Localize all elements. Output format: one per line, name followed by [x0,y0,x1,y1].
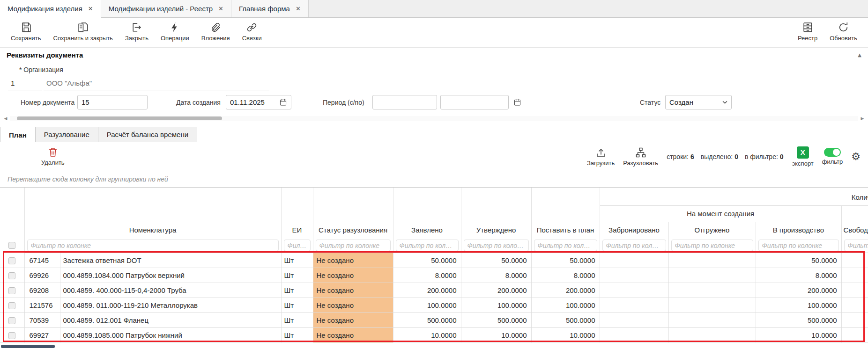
row-checkbox[interactable] [8,272,15,279]
filter-cell [841,238,868,253]
row-free [841,268,868,283]
filter-input-approved[interactable] [464,240,529,251]
save-and-close-button[interactable]: Сохранить и закрыть [47,21,119,43]
attachments-button-label: Вложения [201,35,230,42]
close-icon[interactable]: ✕ [88,5,93,12]
row-checkbox[interactable] [8,332,15,339]
document-number-input[interactable] [82,98,143,106]
period-from-input[interactable] [377,98,433,106]
gear-icon[interactable]: ⚙ [851,152,861,162]
column-header-approved[interactable]: Утверждено [461,188,531,238]
table-row[interactable]: 121576 000.4859. 011.000-119-210 Металло… [0,298,868,313]
window-tab-modification[interactable]: Модификация изделия ✕ [0,0,101,18]
table-row[interactable]: 69926 000.4859.1084.000 Патрубок верхний… [0,268,868,283]
operations-button[interactable]: Операции [155,21,195,43]
row-unit: Шт [281,313,313,328]
period-calendar-button[interactable] [513,98,521,108]
row-id: 69927 [24,328,60,343]
column-header-reserved[interactable]: Забронировано [600,222,668,238]
scroll-left-icon[interactable]: ◀ [3,116,8,121]
tab-explosion[interactable]: Разузлование [35,127,98,142]
filter-input-free[interactable] [844,240,868,251]
document-number-label: Номер документа [21,99,74,106]
calendar-icon[interactable] [279,98,287,106]
scrollbar-thumb[interactable] [1,345,55,348]
sitemap-icon [635,147,646,158]
window-tab-label: Модификации изделий - Реестр [109,5,213,13]
filter-toggle-button[interactable]: фильтр [822,148,843,165]
calendar-icon [513,98,521,106]
table-row[interactable]: 69927 000.4859.1085.000 Патрубок нижний … [0,328,868,343]
row-in-production: 8.0000 [756,268,841,283]
table-row[interactable]: 70539 000.4859. 012.001 Фланец Шт Не соз… [0,313,868,328]
filter-cell [313,238,393,253]
column-header-to-plan[interactable]: Поставить в план [531,188,600,238]
row-requested: 200.0000 [393,283,461,298]
filter-input-reserved[interactable] [602,240,666,251]
upload-icon [595,147,607,158]
status-badge: Не создано [313,283,393,298]
delete-button[interactable]: Удалить [41,146,65,166]
row-checkbox[interactable] [8,302,15,309]
table-row[interactable]: 67145 Застежка ответная DOT Шт Не создан… [0,253,868,268]
save-button-label: Сохранить [11,35,41,42]
attachments-button[interactable]: Вложения [195,21,236,43]
select-all-checkbox[interactable] [8,242,15,249]
filter-input-shipped[interactable] [671,240,753,251]
column-header-unit[interactable]: ЕИ [281,188,313,238]
registry-button[interactable]: Реестр [792,21,823,43]
explode-button[interactable]: Разузловать [623,147,658,167]
period-to-input[interactable] [445,98,504,106]
row-checkbox[interactable] [8,317,15,324]
links-button[interactable]: Связки [236,21,268,43]
scrollbar-track[interactable] [10,116,858,121]
data-grid: Номенклатура ЕИ Статус разузлования Заяв… [0,188,868,342]
group-by-drop-zone[interactable]: Перетащите сюда колонку для группировки … [0,171,868,188]
tab-time-balance[interactable]: Расчёт баланса времени [98,127,197,142]
save-button[interactable]: Сохранить [5,21,47,43]
window-tab-modifications-registry[interactable]: Модификации изделий - Реестр ✕ [101,0,231,17]
creation-date-input[interactable] [230,98,277,106]
column-header-free[interactable]: Свободный остаток [841,205,868,238]
status-select-value: Создан [669,98,693,106]
column-header-nomenclature[interactable]: Номенклатура [24,188,281,238]
row-unit: Шт [281,268,313,283]
scrollbar-thumb[interactable] [17,116,222,120]
filter-input-status[interactable] [316,240,391,251]
column-header-status[interactable]: Статус разузлования [313,188,393,238]
table-row[interactable]: 69208 000.4859. 400.000-115-0,4-2000 Тру… [0,283,868,298]
filter-input-unit[interactable] [284,240,311,251]
export-button-label: экспорт [792,160,814,167]
window-tab-main-form[interactable]: Главная форма ✕ [231,0,309,17]
tab-plan[interactable]: План [0,127,35,142]
filter-input-in-production[interactable] [758,240,839,251]
row-in-production: 200.0000 [756,283,841,298]
load-button[interactable]: Загрузить [587,147,615,167]
close-icon[interactable]: ✕ [218,5,223,12]
filter-input-nomenclature[interactable] [27,240,279,251]
scroll-right-icon[interactable]: ▶ [860,116,865,121]
refresh-button[interactable]: Обновить [823,21,863,43]
document-section-header: Реквизиты документа ▲ [0,48,868,62]
status-badge: Не создано [313,328,393,343]
close-icon[interactable]: ✕ [296,5,301,12]
refresh-icon [838,22,849,33]
row-checkbox[interactable] [8,257,15,264]
registry-button-label: Реестр [798,35,817,42]
column-header-in-production[interactable]: В производство [756,222,841,238]
toggle-on-icon[interactable] [824,148,841,157]
organization-name-field[interactable]: ООО "Альфа" [44,76,269,90]
collapse-up-icon[interactable]: ▲ [858,52,861,58]
export-button[interactable]: X экспорт [792,146,814,167]
close-button[interactable]: Закрыть [119,21,155,43]
filter-input-to-plan[interactable] [534,240,597,251]
filter-input-requested[interactable] [396,240,459,251]
row-checkbox[interactable] [8,287,15,294]
organization-code-field[interactable]: 1 [8,76,42,90]
column-header-shipped[interactable]: Отгружено [668,222,756,238]
row-shipped [668,283,756,298]
status-select[interactable]: Создан [665,95,732,109]
filter-cell [281,238,313,253]
filter-cell [531,238,600,253]
column-header-requested[interactable]: Заявлено [393,188,461,238]
